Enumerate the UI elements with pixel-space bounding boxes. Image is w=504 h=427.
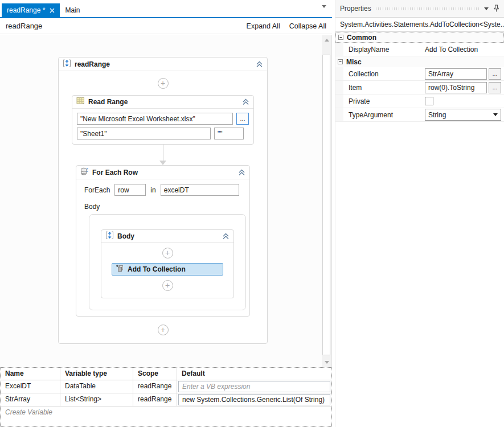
typeargument-value: String — [428, 111, 446, 119]
property-row-item[interactable]: Item row(0).ToString ... — [335, 81, 504, 95]
scroll-up-button[interactable] — [322, 35, 331, 45]
collapse-chevron-icon[interactable] — [256, 61, 263, 68]
collection-value-input[interactable]: StrArray — [425, 68, 487, 80]
arrow-up-icon — [325, 39, 329, 42]
category-common[interactable]: Common — [335, 32, 504, 43]
in-label: in — [150, 186, 155, 194]
add-activity-button[interactable]: + — [158, 325, 169, 335]
arrow-down-icon — [325, 361, 329, 364]
activity-type-name: System.Activities.Statements.AddToCollec… — [335, 17, 504, 32]
variable-name[interactable]: StrArray — [1, 393, 60, 406]
displayname-label: DisplayName — [343, 46, 425, 54]
collapse-chevron-icon[interactable] — [238, 169, 245, 176]
tab-readrange-label: readRange * — [7, 6, 45, 14]
collapse-chevron-icon[interactable] — [242, 98, 249, 105]
workbook-path-input[interactable]: "New Microsoft Excel Worksheet.xlsx" — [77, 113, 233, 125]
add-activity-button[interactable]: + — [162, 248, 173, 258]
designer-canvas: readRange + — [0, 35, 332, 367]
column-header-variable-type[interactable]: Variable type — [60, 368, 133, 380]
close-icon[interactable] — [50, 8, 55, 13]
foreach-item-input[interactable]: row — [114, 184, 146, 196]
property-gutter — [335, 67, 343, 80]
activity-read-range[interactable]: Read Range "New Microsoft Excel Workshee… — [72, 95, 254, 145]
breadcrumb-root[interactable]: readRange — [6, 22, 42, 30]
collapse-box-icon[interactable] — [338, 58, 343, 66]
property-gutter — [335, 108, 343, 121]
foreach-label: ForEach — [84, 186, 110, 194]
activity-add-to-collection-selected[interactable]: Add To Collection — [112, 263, 223, 276]
category-common-label: Common — [347, 34, 376, 42]
tab-readrange[interactable]: readRange * — [2, 3, 60, 17]
typeargument-label: TypeArgument — [343, 111, 425, 119]
variable-row-strarray[interactable]: StrArray List<String> readRange new Syst… — [1, 393, 331, 407]
variable-default-cell: new System.Collections.Generic.List(Of S… — [177, 393, 331, 406]
create-variable-button[interactable]: Create Variable — [1, 407, 331, 419]
typeargument-dropdown[interactable]: String — [425, 109, 501, 121]
property-row-typeargument[interactable]: TypeArgument String — [335, 108, 504, 122]
workflow-designer-window: readRange * Main readRange Expand All Co… — [0, 0, 504, 427]
add-to-collection-icon — [116, 264, 124, 274]
collapse-all-button[interactable]: Collapse All — [289, 22, 326, 30]
tab-main[interactable]: Main — [60, 3, 85, 17]
variables-header-row: Name Variable type Scope Default — [1, 368, 331, 380]
vb-expression-placeholder: Enter a VB expression — [182, 383, 250, 391]
property-row-displayname[interactable]: DisplayName Add To Collection — [335, 43, 504, 56]
collapse-box-icon[interactable] — [338, 34, 343, 42]
scrollbar-thumb[interactable] — [322, 55, 330, 355]
column-header-scope[interactable]: Scope — [133, 368, 177, 380]
activity-tree: readRange + — [58, 57, 268, 344]
for-each-row-header[interactable]: For Each Row — [76, 166, 249, 179]
body-sequence-title: Body — [117, 232, 222, 240]
column-header-default[interactable]: Default — [177, 368, 331, 380]
variable-name[interactable]: ExcelDT — [1, 380, 60, 393]
property-gutter — [335, 43, 343, 56]
variable-default-cell: Enter a VB expression — [177, 380, 331, 393]
browse-file-button[interactable]: ... — [236, 113, 249, 125]
foreach-collection-input[interactable]: excelDT — [161, 184, 239, 196]
pin-icon[interactable] — [493, 5, 499, 13]
read-range-header[interactable]: Read Range — [72, 96, 253, 109]
sequence-icon — [63, 59, 71, 69]
for-each-row-body: ForEach row in excelDT Body — [76, 179, 249, 316]
displayname-value[interactable]: Add To Collection — [425, 46, 478, 54]
collection-ellipsis-button[interactable]: ... — [489, 68, 501, 80]
variable-type[interactable]: List<String> — [60, 393, 133, 406]
column-header-name[interactable]: Name — [1, 368, 60, 380]
canvas-vertical-scrollbar[interactable] — [322, 35, 331, 367]
activity-for-each-row[interactable]: For Each Row ForEach row in — [76, 165, 250, 317]
sequence-readrange[interactable]: readRange + — [58, 57, 268, 344]
body-sequence-header[interactable]: Body — [101, 230, 233, 243]
designer-region: readRange * Main readRange Expand All Co… — [0, 0, 332, 427]
sheet-name-input[interactable]: "Sheet1" — [77, 128, 211, 139]
properties-panel: Properties System.Activities.Statements.… — [335, 0, 504, 427]
tab-list-dropdown-icon[interactable] — [322, 5, 326, 8]
variable-type[interactable]: DataTable — [60, 380, 133, 393]
variable-scope[interactable]: readRange — [133, 393, 177, 406]
item-ellipsis-button[interactable]: ... — [489, 82, 501, 93]
variable-row-exceldt[interactable]: ExcelDT DataTable readRange Enter a VB e… — [1, 380, 331, 393]
add-activity-button[interactable]: + — [162, 280, 173, 291]
property-row-private[interactable]: Private — [335, 95, 504, 108]
properties-panel-title: Properties — [340, 5, 371, 13]
variable-scope[interactable]: readRange — [133, 380, 177, 393]
category-misc[interactable]: Misc — [335, 56, 504, 67]
add-activity-button[interactable]: + — [158, 78, 169, 89]
range-input[interactable]: "" — [214, 128, 244, 139]
variable-default-input[interactable]: Enter a VB expression — [178, 381, 330, 392]
item-value-input[interactable]: row(0).ToString — [425, 82, 487, 93]
collapse-chevron-icon[interactable] — [222, 233, 230, 240]
property-row-collection[interactable]: Collection StrArray ... — [335, 67, 504, 81]
item-label: Item — [343, 84, 425, 92]
sequence-readrange-header[interactable]: readRange — [59, 58, 267, 71]
expand-all-button[interactable]: Expand All — [247, 22, 280, 30]
scroll-down-button[interactable] — [322, 358, 331, 367]
read-range-body: "New Microsoft Excel Worksheet.xlsx" ...… — [72, 109, 253, 144]
sequence-body[interactable]: Body + — [101, 229, 234, 298]
sequence-readrange-title: readRange — [75, 60, 256, 68]
read-range-title: Read Range — [88, 98, 242, 106]
properties-title-bar[interactable]: Properties — [335, 0, 504, 17]
foreach-body-dropzone[interactable]: Body + — [89, 214, 246, 310]
private-checkbox[interactable] — [425, 97, 433, 105]
window-position-icon[interactable] — [484, 7, 489, 10]
variable-default-input[interactable]: new System.Collections.Generic.List(Of S… — [178, 394, 330, 405]
